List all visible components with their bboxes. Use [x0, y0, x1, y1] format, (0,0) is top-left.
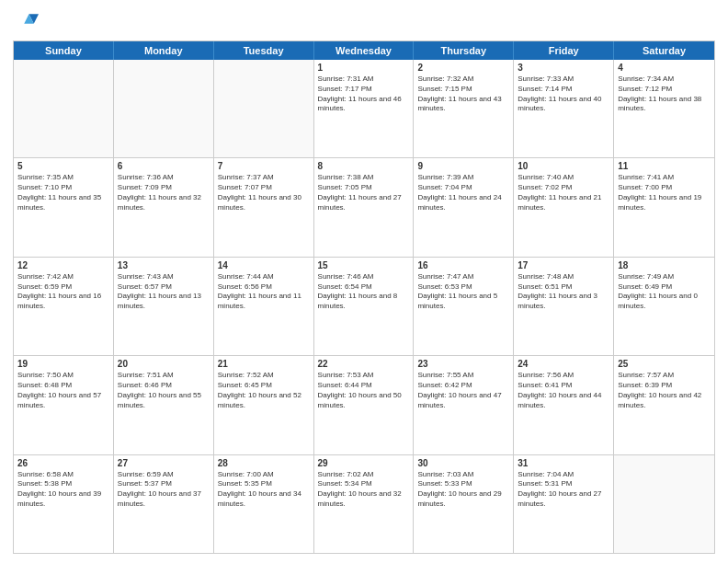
- cal-cell-r4c0: 26Sunrise: 6:58 AM Sunset: 5:38 PM Dayli…: [14, 455, 114, 553]
- day-number: 12: [17, 260, 109, 270]
- cell-sun-info: Sunrise: 7:43 AM Sunset: 6:57 PM Dayligh…: [118, 272, 210, 312]
- cal-cell-r3c0: 19Sunrise: 7:50 AM Sunset: 6:48 PM Dayli…: [14, 356, 114, 454]
- cal-cell-r2c6: 18Sunrise: 7:49 AM Sunset: 6:49 PM Dayli…: [614, 258, 714, 355]
- cal-cell-r1c0: 5Sunrise: 7:35 AM Sunset: 7:10 PM Daylig…: [14, 158, 114, 256]
- cell-sun-info: Sunrise: 7:47 AM Sunset: 6:53 PM Dayligh…: [417, 272, 509, 312]
- cal-cell-r2c5: 17Sunrise: 7:48 AM Sunset: 6:51 PM Dayli…: [514, 258, 614, 355]
- day-number: 5: [17, 161, 109, 171]
- header-day-saturday: Saturday: [614, 41, 714, 60]
- cal-cell-r1c6: 11Sunrise: 7:41 AM Sunset: 7:00 PM Dayli…: [614, 158, 714, 256]
- day-number: 21: [218, 359, 310, 369]
- day-number: 8: [318, 161, 410, 171]
- cell-sun-info: Sunrise: 7:00 AM Sunset: 5:35 PM Dayligh…: [218, 470, 310, 510]
- header-day-monday: Monday: [114, 41, 214, 60]
- cell-sun-info: Sunrise: 7:33 AM Sunset: 7:14 PM Dayligh…: [518, 75, 609, 114]
- cell-sun-info: Sunrise: 7:57 AM Sunset: 6:39 PM Dayligh…: [618, 371, 711, 410]
- header-day-sunday: Sunday: [14, 41, 114, 60]
- cell-sun-info: Sunrise: 7:32 AM Sunset: 7:15 PM Dayligh…: [417, 75, 509, 114]
- cal-cell-r0c3: 1Sunrise: 7:31 AM Sunset: 7:17 PM Daylig…: [314, 60, 415, 157]
- cell-sun-info: Sunrise: 7:44 AM Sunset: 6:56 PM Dayligh…: [218, 272, 310, 312]
- cal-cell-r3c1: 20Sunrise: 7:51 AM Sunset: 6:46 PM Dayli…: [114, 356, 214, 454]
- day-number: 29: [318, 458, 410, 468]
- header-day-thursday: Thursday: [414, 41, 514, 60]
- cal-cell-r1c1: 6Sunrise: 7:36 AM Sunset: 7:09 PM Daylig…: [114, 158, 214, 256]
- day-number: 13: [118, 260, 210, 270]
- day-number: 7: [218, 161, 310, 171]
- cal-cell-r1c3: 8Sunrise: 7:38 AM Sunset: 7:05 PM Daylig…: [314, 158, 415, 256]
- cal-cell-r4c3: 29Sunrise: 7:02 AM Sunset: 5:34 PM Dayli…: [314, 455, 415, 553]
- cell-sun-info: Sunrise: 6:58 AM Sunset: 5:38 PM Dayligh…: [17, 470, 109, 510]
- cal-cell-r3c6: 25Sunrise: 7:57 AM Sunset: 6:39 PM Dayli…: [614, 356, 714, 454]
- cal-cell-r2c2: 14Sunrise: 7:44 AM Sunset: 6:56 PM Dayli…: [214, 258, 314, 355]
- calendar-body: 1Sunrise: 7:31 AM Sunset: 7:17 PM Daylig…: [14, 60, 714, 553]
- cell-sun-info: Sunrise: 7:39 AM Sunset: 7:04 PM Dayligh…: [417, 173, 509, 213]
- cell-sun-info: Sunrise: 7:04 AM Sunset: 5:31 PM Dayligh…: [518, 470, 609, 510]
- cal-cell-r0c2: [214, 60, 314, 157]
- day-number: 9: [417, 161, 509, 171]
- cell-sun-info: Sunrise: 7:41 AM Sunset: 7:00 PM Dayligh…: [618, 173, 711, 213]
- cal-cell-r4c4: 30Sunrise: 7:03 AM Sunset: 5:33 PM Dayli…: [414, 455, 514, 553]
- day-number: 26: [17, 458, 109, 468]
- day-number: 6: [118, 161, 210, 171]
- day-number: 19: [17, 359, 109, 369]
- cal-cell-r3c3: 22Sunrise: 7:53 AM Sunset: 6:44 PM Dayli…: [314, 356, 415, 454]
- cal-cell-r4c5: 31Sunrise: 7:04 AM Sunset: 5:31 PM Dayli…: [514, 455, 614, 553]
- day-number: 22: [318, 359, 410, 369]
- cal-cell-r0c4: 2Sunrise: 7:32 AM Sunset: 7:15 PM Daylig…: [414, 60, 514, 157]
- day-number: 17: [518, 260, 609, 270]
- day-number: 20: [118, 359, 210, 369]
- cal-cell-r1c2: 7Sunrise: 7:37 AM Sunset: 7:07 PM Daylig…: [214, 158, 314, 256]
- cal-cell-r2c0: 12Sunrise: 7:42 AM Sunset: 6:59 PM Dayli…: [14, 258, 114, 355]
- cal-cell-r3c4: 23Sunrise: 7:55 AM Sunset: 6:42 PM Dayli…: [414, 356, 514, 454]
- cal-cell-r2c3: 15Sunrise: 7:46 AM Sunset: 6:54 PM Dayli…: [314, 258, 415, 355]
- cell-sun-info: Sunrise: 7:31 AM Sunset: 7:17 PM Dayligh…: [318, 75, 410, 114]
- calendar-row-2: 12Sunrise: 7:42 AM Sunset: 6:59 PM Dayli…: [14, 258, 714, 356]
- cell-sun-info: Sunrise: 7:50 AM Sunset: 6:48 PM Dayligh…: [17, 371, 109, 410]
- cal-cell-r1c4: 9Sunrise: 7:39 AM Sunset: 7:04 PM Daylig…: [414, 158, 514, 256]
- day-number: 3: [518, 63, 609, 73]
- cal-cell-r4c1: 27Sunrise: 6:59 AM Sunset: 5:37 PM Dayli…: [114, 455, 214, 553]
- cell-sun-info: Sunrise: 7:55 AM Sunset: 6:42 PM Dayligh…: [417, 371, 509, 410]
- cell-sun-info: Sunrise: 7:53 AM Sunset: 6:44 PM Dayligh…: [318, 371, 410, 410]
- cal-cell-r2c4: 16Sunrise: 7:47 AM Sunset: 6:53 PM Dayli…: [414, 258, 514, 355]
- cell-sun-info: Sunrise: 7:37 AM Sunset: 7:07 PM Dayligh…: [218, 173, 310, 213]
- header-day-wednesday: Wednesday: [314, 41, 415, 60]
- header-day-friday: Friday: [514, 41, 614, 60]
- day-number: 14: [218, 260, 310, 270]
- logo-icon: [13, 9, 39, 35]
- day-number: 25: [618, 359, 711, 369]
- day-number: 10: [518, 161, 609, 171]
- page: SundayMondayTuesdayWednesdayThursdayFrid…: [0, 0, 728, 563]
- calendar: SundayMondayTuesdayWednesdayThursdayFrid…: [13, 40, 715, 554]
- calendar-row-3: 19Sunrise: 7:50 AM Sunset: 6:48 PM Dayli…: [14, 356, 714, 454]
- calendar-row-1: 5Sunrise: 7:35 AM Sunset: 7:10 PM Daylig…: [14, 158, 714, 257]
- day-number: 1: [318, 63, 410, 73]
- cal-cell-r0c6: 4Sunrise: 7:34 AM Sunset: 7:12 PM Daylig…: [614, 60, 714, 157]
- day-number: 28: [218, 458, 310, 468]
- calendar-row-0: 1Sunrise: 7:31 AM Sunset: 7:17 PM Daylig…: [14, 60, 714, 158]
- cell-sun-info: Sunrise: 7:48 AM Sunset: 6:51 PM Dayligh…: [518, 272, 609, 312]
- day-number: 31: [518, 458, 609, 468]
- calendar-header: SundayMondayTuesdayWednesdayThursdayFrid…: [14, 41, 714, 60]
- day-number: 18: [618, 260, 711, 270]
- logo: [13, 9, 42, 35]
- day-number: 2: [417, 63, 509, 73]
- cell-sun-info: Sunrise: 7:38 AM Sunset: 7:05 PM Dayligh…: [318, 173, 410, 213]
- day-number: 15: [318, 260, 410, 270]
- cal-cell-r0c1: [114, 60, 214, 157]
- cell-sun-info: Sunrise: 7:36 AM Sunset: 7:09 PM Dayligh…: [118, 173, 210, 213]
- calendar-row-4: 26Sunrise: 6:58 AM Sunset: 5:38 PM Dayli…: [14, 455, 714, 553]
- cell-sun-info: Sunrise: 7:42 AM Sunset: 6:59 PM Dayligh…: [17, 272, 109, 312]
- cell-sun-info: Sunrise: 7:49 AM Sunset: 6:49 PM Dayligh…: [618, 272, 711, 312]
- cal-cell-r4c2: 28Sunrise: 7:00 AM Sunset: 5:35 PM Dayli…: [214, 455, 314, 553]
- day-number: 27: [118, 458, 210, 468]
- cell-sun-info: Sunrise: 6:59 AM Sunset: 5:37 PM Dayligh…: [118, 470, 210, 510]
- day-number: 16: [417, 260, 509, 270]
- cell-sun-info: Sunrise: 7:46 AM Sunset: 6:54 PM Dayligh…: [318, 272, 410, 312]
- cal-cell-r3c5: 24Sunrise: 7:56 AM Sunset: 6:41 PM Dayli…: [514, 356, 614, 454]
- header-day-tuesday: Tuesday: [214, 41, 314, 60]
- header: [13, 9, 715, 35]
- cal-cell-r2c1: 13Sunrise: 7:43 AM Sunset: 6:57 PM Dayli…: [114, 258, 214, 355]
- cal-cell-r3c2: 21Sunrise: 7:52 AM Sunset: 6:45 PM Dayli…: [214, 356, 314, 454]
- cell-sun-info: Sunrise: 7:02 AM Sunset: 5:34 PM Dayligh…: [318, 470, 410, 510]
